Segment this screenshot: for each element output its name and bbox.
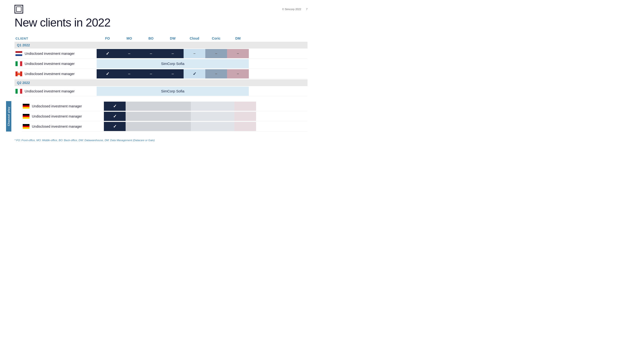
mo-cell: – xyxy=(118,69,140,78)
table-row: Undisclosed investment manager ✓ xyxy=(22,111,308,121)
q1-header: Q1 2022 xyxy=(14,42,308,48)
q2-header: Q2 2022 xyxy=(14,79,308,86)
dm-cell: – xyxy=(227,49,249,58)
flag-de xyxy=(23,114,30,119)
client-name: Undisclosed investment manager xyxy=(32,114,82,118)
dash-icon: – xyxy=(150,51,152,56)
dash-icon: – xyxy=(128,72,130,76)
col-header-cloud: Cloud xyxy=(184,36,205,40)
cloud-cell xyxy=(191,122,212,131)
col-header-mo: MO xyxy=(118,36,140,40)
mo-cell xyxy=(126,112,147,121)
cloud-cell: ✓ xyxy=(184,69,205,78)
fo-cell: ✓ xyxy=(104,122,126,131)
check-icon: ✓ xyxy=(106,51,110,56)
dm-cell xyxy=(234,102,256,111)
client-name: Undisclosed investment manager xyxy=(32,104,82,108)
bo-cell xyxy=(147,112,169,121)
dw-cell xyxy=(169,112,191,121)
table-row: Undisclosed investment manager SimCorp S… xyxy=(14,86,308,96)
dash-icon: – xyxy=(194,51,196,56)
dm-cell xyxy=(234,122,256,131)
client-cell: Undisclosed investment manager xyxy=(14,61,96,66)
dm-cell: – xyxy=(227,69,249,78)
simcorp-sofia-cell: SimCorp Sofia xyxy=(96,59,249,68)
table-row: Undisclosed investment manager ✓ xyxy=(22,101,308,111)
mo-cell xyxy=(126,102,147,111)
client-name: Undisclosed investment manager xyxy=(25,52,75,55)
footer-note: * FO: Front-office, MO: Middle-office, B… xyxy=(14,139,308,142)
q2-label: Q2 2022 xyxy=(17,81,99,85)
page-title: New clients in 2022 xyxy=(14,16,308,29)
client-cell: 🍁 Undisclosed investment manager xyxy=(14,71,96,76)
maple-leaf: 🍁 xyxy=(17,72,21,75)
coric-cell xyxy=(212,102,234,111)
copyright: © Simcorp 2022 7 xyxy=(282,8,308,11)
dw-cell xyxy=(169,102,191,111)
channel-label: Channel play xyxy=(6,101,11,131)
col-header-bo: BO xyxy=(140,36,162,40)
col-header-dw: DW xyxy=(162,36,184,40)
mo-cell: – xyxy=(118,49,140,58)
dash-icon: – xyxy=(150,72,152,76)
bo-cell xyxy=(147,122,169,131)
dw-cell xyxy=(169,122,191,131)
client-cell: Undisclosed investment manager xyxy=(22,124,104,129)
client-cell: Undisclosed investment manager xyxy=(14,89,96,94)
flag-it xyxy=(16,61,22,66)
col-header-fo: FO xyxy=(96,36,118,40)
column-headers: CLIENT FO MO BO DW Cloud Coric DM xyxy=(14,36,308,40)
client-name: Undisclosed investment manager xyxy=(32,124,82,128)
cloud-cell: – xyxy=(184,49,205,58)
header-bar: © Simcorp 2022 7 xyxy=(14,5,308,13)
flag-it xyxy=(16,89,22,94)
copyright-text: © Simcorp 2022 xyxy=(282,8,301,11)
check-icon: ✓ xyxy=(113,114,117,119)
table-row: Undisclosed investment manager ✓ – – – –… xyxy=(14,48,308,59)
dash-icon: – xyxy=(172,72,174,76)
fo-cell: ✓ xyxy=(96,69,118,78)
dash-icon: – xyxy=(237,51,239,56)
check-icon: ✓ xyxy=(113,103,117,109)
client-cell: Undisclosed investment manager xyxy=(22,104,104,109)
fo-cell: ✓ xyxy=(104,112,126,121)
bo-cell xyxy=(147,102,169,111)
coric-cell xyxy=(212,122,234,131)
coric-cell xyxy=(212,112,234,121)
client-name: Undisclosed investment manager xyxy=(25,89,75,93)
dw-cell: – xyxy=(162,69,184,78)
client-name: Undisclosed investment manager xyxy=(25,62,75,66)
table-row: Undisclosed investment manager ✓ xyxy=(22,121,308,131)
page-number: 7 xyxy=(306,8,308,11)
fo-cell: ✓ xyxy=(96,49,118,58)
table-row: 🍁 Undisclosed investment manager ✓ – – –… xyxy=(14,69,308,79)
footer-note-text: * FO: Front-office, MO: Middle-office, B… xyxy=(14,139,155,142)
table-row: Undisclosed investment manager SimCorp S… xyxy=(14,59,308,69)
cloud-cell xyxy=(191,102,212,111)
bo-cell: – xyxy=(140,49,162,58)
simcorp-sofia-cell: SimCorp Sofia xyxy=(96,87,249,96)
client-name: Undisclosed investment manager xyxy=(25,72,75,76)
flag-ca: 🍁 xyxy=(16,71,22,76)
col-header-coric: Coric xyxy=(205,36,227,40)
mo-cell xyxy=(126,122,147,131)
dash-icon: – xyxy=(237,72,239,76)
dash-icon: – xyxy=(215,51,218,56)
simcorp-sofia-label: SimCorp Sofia xyxy=(161,61,184,66)
client-cell: Undisclosed investment manager xyxy=(22,114,104,119)
dash-icon: – xyxy=(128,51,130,56)
table: CLIENT FO MO BO DW Cloud Coric DM Q1 202… xyxy=(14,36,308,131)
check-icon: ✓ xyxy=(106,71,110,76)
cloud-cell xyxy=(191,112,212,121)
channel-label-text: Channel play xyxy=(7,107,10,126)
col-header-client: CLIENT xyxy=(14,37,96,40)
flag-de xyxy=(23,104,30,109)
fo-cell: ✓ xyxy=(104,102,126,111)
q1-label: Q1 2022 xyxy=(17,43,99,47)
flag-nl xyxy=(16,51,22,56)
flag-de xyxy=(23,124,30,129)
coric-cell: – xyxy=(205,69,227,78)
client-cell: Undisclosed investment manager xyxy=(14,51,96,56)
channel-section: Channel play Undisclosed investment mana… xyxy=(14,101,308,131)
col-header-dm: DM xyxy=(227,36,249,40)
